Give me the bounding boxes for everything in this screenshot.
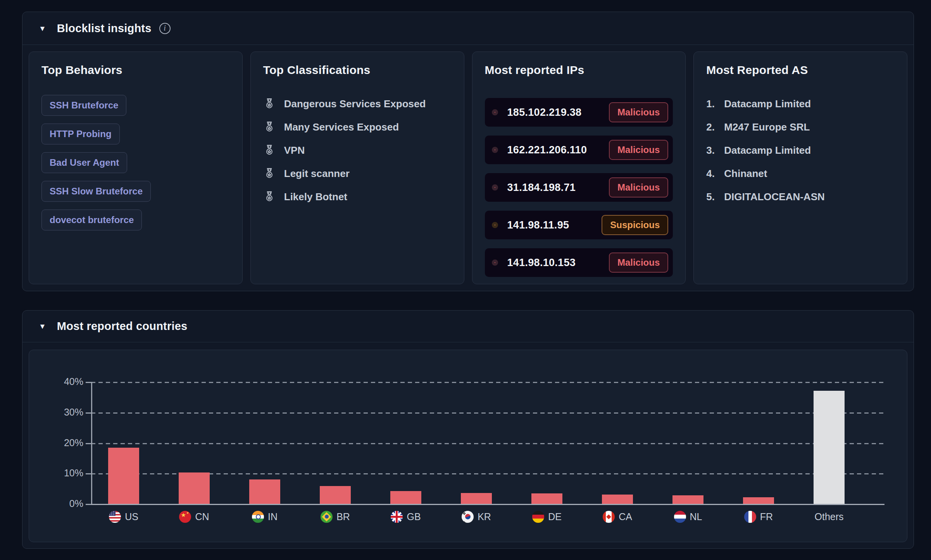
ip-address: 141.98.11.95 (507, 219, 569, 231)
classification-item: Likely Botnet (263, 189, 452, 204)
reported-as-item: 2.M247 Europe SRL (706, 119, 895, 135)
x-label-text: US (125, 511, 138, 522)
most-reported-countries-panel: ▼ Most reported countries 0%10%20%30%40%… (22, 310, 914, 549)
classification-item: Dangerous Services Exposed (263, 96, 452, 112)
country-bar-kr (461, 493, 492, 504)
x-label-text: CN (195, 511, 209, 522)
malicious-dot-icon (492, 109, 498, 115)
x-label-text: NL (690, 511, 702, 522)
as-name: M247 Europe SRL (724, 121, 810, 133)
y-tick-label: 0% (29, 498, 83, 509)
malicious-dot-icon (492, 184, 498, 191)
reported-as-item: 5.DIGITALOCEAN-ASN (706, 189, 895, 204)
suspicious-dot-icon (492, 222, 498, 228)
x-label-br: BR (298, 510, 372, 523)
x-label-ca: CA (581, 510, 654, 523)
country-bar-nl (672, 495, 703, 504)
most-reported-as-title: Most Reported AS (706, 64, 895, 77)
reported-as-list: 1.Datacamp Limited2.M247 Europe SRL3.Dat… (706, 96, 895, 204)
y-tick (86, 412, 91, 414)
country-bar-de (531, 493, 562, 504)
info-icon[interactable]: i (159, 23, 171, 34)
gridline (91, 412, 884, 414)
status-badge: Malicious (609, 253, 668, 273)
classification-label: Likely Botnet (284, 191, 347, 203)
reported-ip-row[interactable]: 31.184.198.71Malicious (485, 173, 673, 202)
fr-flag-icon (744, 511, 756, 523)
country-bar-br (320, 486, 351, 504)
top-classifications-title: Top Classifications (263, 64, 452, 77)
gridline (91, 473, 884, 474)
y-tick-label: 10% (29, 467, 83, 479)
country-bar-fr (743, 497, 774, 504)
reported-ip-row[interactable]: 141.98.11.95Suspicious (485, 211, 673, 239)
x-label-others: Others (792, 510, 866, 523)
gridline (91, 443, 884, 444)
classification-item: Many Services Exposed (263, 119, 452, 135)
countries-panel-header[interactable]: ▼ Most reported countries (22, 311, 914, 342)
blocklist-insights-title: Blocklist insights (57, 22, 152, 35)
behavior-tags-list: SSH BruteforceHTTP ProbingBad User Agent… (41, 95, 230, 230)
kr-flag-icon (462, 511, 474, 523)
x-label-kr: KR (440, 510, 513, 523)
behavior-tag[interactable]: HTTP Probing (41, 124, 120, 144)
blocklist-insights-panel: ▼ Blocklist insights i Top Behaviors SSH… (22, 12, 914, 291)
collapse-caret-icon[interactable]: ▼ (39, 323, 46, 330)
country-bar-others (814, 391, 845, 504)
x-label-us: US (87, 510, 160, 523)
x-label-text: IN (268, 511, 278, 522)
y-tick-label: 30% (29, 407, 83, 418)
as-name: Datacamp Limited (724, 144, 811, 156)
ip-address: 162.221.206.110 (507, 144, 587, 156)
x-label-text: FR (760, 511, 773, 522)
reported-as-item: 1.Datacamp Limited (706, 96, 895, 112)
collapse-caret-icon[interactable]: ▼ (39, 25, 46, 32)
y-tick (86, 504, 91, 505)
behavior-tag[interactable]: SSH Bruteforce (41, 95, 126, 116)
gb-flag-icon (391, 511, 403, 523)
x-axis-line (86, 504, 884, 505)
medal-icon (263, 98, 276, 110)
status-badge: Malicious (609, 102, 668, 122)
top-behaviors-card: Top Behaviors SSH BruteforceHTTP Probing… (29, 52, 243, 284)
classification-item: Legit scanner (263, 166, 452, 181)
in-flag-icon (252, 511, 264, 523)
x-label-text: CA (619, 511, 632, 522)
y-tick (86, 443, 91, 444)
behavior-tag[interactable]: SSH Slow Bruteforce (41, 181, 151, 202)
status-badge: Suspicious (602, 215, 668, 235)
medal-icon (263, 167, 276, 180)
us-flag-icon (109, 511, 121, 523)
br-flag-icon (321, 511, 333, 523)
behavior-tag[interactable]: Bad User Agent (41, 152, 127, 173)
status-badge: Malicious (609, 177, 668, 198)
insight-cards-row: Top Behaviors SSH BruteforceHTTP Probing… (29, 52, 907, 284)
as-name: Datacamp Limited (724, 98, 811, 110)
reported-ip-row[interactable]: 185.102.219.38Malicious (485, 98, 673, 127)
y-tick (86, 382, 91, 383)
reported-as-item: 4.Chinanet (706, 166, 895, 181)
countries-panel-title: Most reported countries (57, 320, 188, 333)
country-bar-us (108, 448, 139, 504)
as-rank: 3. (706, 144, 718, 156)
de-flag-icon (532, 511, 544, 523)
x-label-text: BR (336, 511, 350, 522)
x-label-text: KR (478, 511, 491, 522)
nl-flag-icon (674, 511, 686, 523)
reported-ip-row[interactable]: 162.221.206.110Malicious (485, 136, 673, 164)
reported-ip-row[interactable]: 141.98.10.153Malicious (485, 248, 673, 277)
malicious-dot-icon (492, 147, 498, 153)
top-behaviors-title: Top Behaviors (41, 64, 230, 77)
medal-icon (263, 121, 276, 133)
most-reported-as-card: Most Reported AS 1.Datacamp Limited2.M24… (693, 52, 907, 284)
as-rank: 2. (706, 121, 718, 133)
country-bar-in (249, 479, 280, 504)
country-bar-ca (602, 495, 633, 504)
classification-label: Dangerous Services Exposed (284, 98, 426, 110)
reported-as-item: 3.Datacamp Limited (706, 143, 895, 158)
ip-address: 185.102.219.38 (507, 107, 582, 119)
as-name: DIGITALOCEAN-ASN (724, 191, 825, 203)
as-rank: 1. (706, 98, 718, 110)
blocklist-insights-header[interactable]: ▼ Blocklist insights i (22, 12, 914, 45)
behavior-tag[interactable]: dovecot bruteforce (41, 210, 142, 230)
